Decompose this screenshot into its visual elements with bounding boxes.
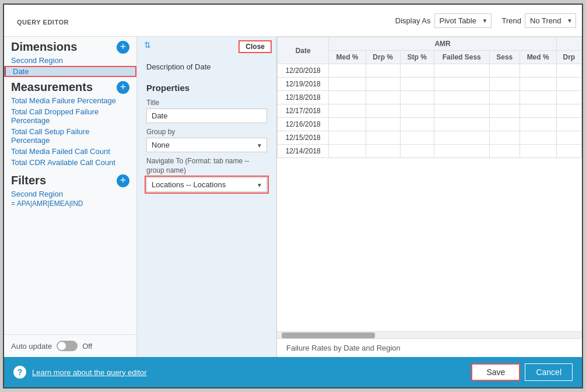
sub-header-drp2: Drp [556,51,581,64]
table-row: 12/19/2018 [278,78,582,91]
sidebar-item-second-region[interactable]: Second Region [4,55,136,66]
date-cell: 12/19/2018 [278,78,329,91]
properties-title: Properties [146,83,267,93]
group-by-select-wrapper: None [146,138,267,152]
measurement-media-failure[interactable]: Total Media Failure Percentage [4,95,136,106]
filters-title: Filters [11,174,46,187]
table-row: 12/18/2018 [278,91,582,104]
sub-header-drp: Drp % [366,51,400,64]
navigate-to-select[interactable]: Locations -- Locations [146,177,267,192]
sub-header-med: Med % [329,51,366,64]
display-as-label: Display As [395,16,431,25]
group-by-label: Group by [146,128,267,136]
measurement-cdr-available[interactable]: Total CDR Available Call Count [4,157,136,168]
pivot-table: Date AMR Med % Drp % Stp % Failed Sess S… [277,37,582,158]
date-cell: 12/16/2018 [278,118,329,131]
dimensions-title: Dimensions [11,40,77,54]
measurement-call-dropped[interactable]: Total Call Dropped Failure Percentage [4,106,136,126]
table-row: 12/17/2018 [278,104,582,118]
trend-select[interactable]: No Trend [525,13,576,28]
date-cell: 12/17/2018 [278,104,329,118]
add-dimension-button[interactable]: + [117,41,129,54]
date-cell: 12/15/2018 [278,131,329,145]
help-icon[interactable]: ? [13,366,26,379]
sort-arrows-icon: ⇅ [142,40,151,53]
cancel-button[interactable]: Cancel [525,363,573,381]
bottom-right-buttons: Save Cancel [471,363,573,381]
sub-header-stp: Stp % [400,51,434,64]
horizontal-scrollbar[interactable] [277,331,582,338]
trend-select-wrapper: No Trend [525,13,576,28]
right-panel: Date AMR Med % Drp % Stp % Failed Sess S… [277,37,582,357]
filter-value: = APA|AMR|EMEA|IND [4,200,136,210]
measurement-media-failed-call[interactable]: Total Media Failed Call Count [4,146,136,157]
auto-update-toggle[interactable] [57,341,78,351]
scrollbar-thumb[interactable] [282,332,375,338]
trend-label: Trend [502,16,521,25]
display-as-select[interactable]: Pivot Table [434,13,492,28]
toggle-state-label: Off [82,342,92,351]
title-input[interactable] [146,108,267,123]
chart-title: Failure Rates by Date and Region [277,338,582,357]
display-as-select-wrapper: Pivot Table [434,13,492,28]
measurement-call-setup[interactable]: Total Call Setup Failure Percentage [4,126,136,146]
properties-area: Properties Title Group by None Navigate … [137,77,276,357]
navigate-to-select-wrapper: Locations -- Locations [146,177,267,192]
toggle-knob [58,342,66,350]
learn-more-link[interactable]: Learn more about the query editor [32,368,147,377]
date-column-header: Date [278,37,329,64]
table-row: 12/20/2018 [278,64,582,78]
navigate-to-label: Navigate To (Format: tab name -- group n… [146,157,267,175]
auto-update-label: Auto update [11,342,52,351]
query-editor-label: QUERY EDITOR [10,13,76,28]
sidebar: Dimensions + Second Region Date Measurem… [4,37,137,357]
table-row: 12/15/2018 [278,131,582,145]
date-cell: 12/18/2018 [278,91,329,104]
sub-header-failed-sess: Failed Sess [434,51,489,64]
table-row: 12/14/2018 [278,145,582,158]
middle-panel: ⇅ Close Description of Date Properties T… [137,37,277,357]
description-text: Description of Date [146,62,211,71]
add-filter-button[interactable]: + [117,174,129,187]
extra-header [556,37,581,51]
add-measurement-button[interactable]: + [117,81,129,94]
filter-second-region[interactable]: Second Region [4,188,136,200]
table-row: 12/16/2018 [278,118,582,131]
measurements-title: Measurements [11,80,93,94]
sub-header-med2: Med % [520,51,556,64]
title-label: Title [146,99,267,107]
description-area: Description of Date [137,57,276,77]
group-by-select[interactable]: None [146,138,267,152]
save-button[interactable]: Save [471,363,520,381]
date-cell: 12/14/2018 [278,145,329,158]
date-cell: 12/20/2018 [278,64,329,78]
close-button[interactable]: Close [238,40,272,53]
amr-group-header: AMR [329,37,556,51]
sub-header-sess: Sess [489,51,520,64]
bottom-bar: ? Learn more about the query editor Save… [4,357,582,387]
sidebar-item-date[interactable]: Date [4,66,136,77]
pivot-table-area: Date AMR Med % Drp % Stp % Failed Sess S… [277,37,582,331]
